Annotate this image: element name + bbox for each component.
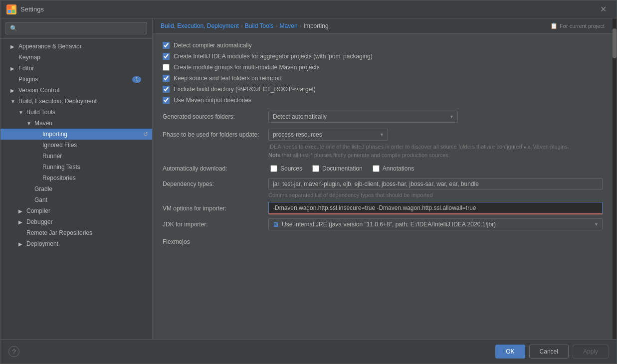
flexmojos-label: Flexmojos (163, 238, 190, 245)
vm-options-input[interactable] (268, 202, 603, 214)
sidebar-item-maven[interactable]: ▼ Maven ↺ (0, 118, 152, 129)
phase-note2: that all test-* phases firstly generate … (280, 152, 449, 158)
footer-right: OK Cancel Apply (495, 345, 609, 359)
detect-compiler-label: Detect compiler automatically (174, 42, 252, 49)
sidebar-item-editor[interactable]: ▶ Editor (0, 63, 152, 74)
checkbox-row-create-module-groups: Create module groups for multi-module Ma… (163, 64, 603, 71)
create-modules-checkbox[interactable] (163, 53, 170, 60)
jdk-select[interactable]: Use Internal JRE (java version "11.0.6+8… (268, 218, 603, 230)
svg-rect-1 (12, 6, 15, 9)
sidebar-item-ignored-files[interactable]: Ignored Files ↺ (0, 140, 152, 151)
vertical-scrollbar[interactable] (613, 18, 617, 339)
sidebar-item-keymap[interactable]: Keymap (0, 52, 152, 63)
sources-checkbox-item: Sources (270, 165, 302, 172)
sidebar-item-remote-jar[interactable]: Remote Jar Repositories ↺ (0, 227, 152, 238)
create-module-groups-checkbox[interactable] (163, 64, 170, 71)
sidebar-item-build-tools[interactable]: ▼ Build Tools ↺ (0, 107, 152, 118)
apply-button[interactable]: Apply (573, 345, 609, 359)
phase-select[interactable]: process-resources generate-sources gener… (268, 129, 388, 141)
breadcrumb-current: Importing (304, 22, 329, 29)
generated-sources-select-wrapper: Detect automatically target/generated-so… (268, 111, 458, 123)
checkbox-row-exclude-build: Exclude build directory (%PROJECT_ROOT%/… (163, 86, 603, 93)
breadcrumb-build-tools[interactable]: Build Tools (245, 22, 274, 29)
sidebar-item-label: Editor (18, 65, 148, 72)
dependency-types-hint: Comma separated list of dependency types… (268, 192, 603, 198)
generated-sources-select[interactable]: Detect automatically target/generated-so… (268, 111, 458, 123)
checkbox-row-maven-output: Use Maven output directories (163, 97, 603, 104)
annotations-checkbox-item: Annotations (373, 165, 414, 172)
sidebar-item-appearance[interactable]: ▶ Appearance & Behavior ↺ (0, 41, 152, 52)
sidebar-item-gant[interactable]: Gant ↺ (0, 194, 152, 205)
phase-hint: IDEA needs to execute one of the listed … (268, 143, 603, 159)
search-input[interactable] (5, 22, 147, 34)
ok-button[interactable]: OK (495, 345, 525, 359)
checkbox-row-create-modules: Create IntelliJ IDEA modules for aggrega… (163, 53, 603, 60)
sidebar-item-deployment[interactable]: ▶ Deployment (0, 238, 152, 249)
auto-download-label: Automatically download: (163, 165, 262, 172)
arrow-icon: ▶ (10, 88, 16, 93)
breadcrumb-sep2: › (276, 22, 278, 29)
arrow-icon: ▼ (10, 99, 16, 104)
sidebar-item-repositories[interactable]: Repositories (0, 173, 152, 183)
sidebar-item-runner[interactable]: Runner (0, 151, 152, 162)
phase-select-wrapper: process-resources generate-sources gener… (268, 129, 388, 141)
documentation-checkbox[interactable] (312, 165, 319, 172)
tree: ▶ Appearance & Behavior ↺ Keymap ▶ Edito… (0, 39, 152, 339)
sidebar-item-label: Runner (42, 153, 148, 160)
arrow-icon: ▶ (18, 219, 24, 225)
sidebar-item-debugger[interactable]: ▶ Debugger (0, 216, 152, 227)
project-link-label: For current project (560, 23, 605, 29)
close-button[interactable]: ✕ (596, 2, 611, 16)
sidebar-item-label: Build, Execution, Deployment (18, 98, 148, 105)
detect-compiler-checkbox[interactable] (163, 42, 170, 49)
use-maven-output-checkbox[interactable] (163, 97, 170, 104)
help-button[interactable]: ? (8, 346, 19, 357)
sidebar-item-label: Version Control (18, 87, 141, 94)
dependency-types-input[interactable] (268, 178, 603, 190)
exclude-build-checkbox[interactable] (163, 86, 170, 93)
annotations-label: Annotations (383, 165, 414, 172)
plugins-badge: 1 (132, 76, 141, 83)
sidebar-item-importing[interactable]: Importing ↺ (0, 129, 152, 140)
sidebar-item-label: Remote Jar Repositories (26, 229, 141, 236)
sidebar-item-label: Importing (42, 131, 141, 138)
sidebar-item-version-control[interactable]: ▶ Version Control ↺ (0, 85, 152, 96)
cancel-button[interactable]: Cancel (529, 345, 569, 359)
keep-source-label: Keep source and test folders on reimport (174, 75, 282, 82)
sources-checkbox[interactable] (270, 165, 277, 172)
create-modules-label: Create IntelliJ IDEA modules for aggrega… (174, 53, 373, 60)
sidebar-item-label: Appearance & Behavior (18, 43, 141, 50)
auto-download-checkboxes: Sources Documentation Annotations (270, 165, 414, 172)
breadcrumb-maven[interactable]: Maven (280, 22, 298, 29)
checkbox-row-detect-compiler: Detect compiler automatically (163, 42, 603, 49)
sidebar-item-compiler[interactable]: ▶ Compiler (0, 205, 152, 216)
arrow-icon: ▶ (10, 66, 16, 71)
sidebar-item-build-execution[interactable]: ▼ Build, Execution, Deployment (0, 96, 152, 107)
sidebar-item-label: Debugger (26, 218, 148, 225)
breadcrumb-sep3: › (300, 22, 302, 29)
sidebar-item-label: Running Tests (42, 164, 148, 171)
checkbox-row-keep-source: Keep source and test folders on reimport (163, 75, 603, 82)
sidebar-item-running-tests[interactable]: Running Tests (0, 162, 152, 173)
jdk-select-wrapper: 🖥 Use Internal JRE (java version "11.0.6… (268, 218, 603, 230)
keep-source-checkbox[interactable] (163, 75, 170, 82)
annotations-checkbox[interactable] (373, 165, 380, 172)
sidebar-item-label: Repositories (42, 175, 148, 182)
vm-options-row: VM options for importer: (163, 202, 603, 214)
phase-hint-text: IDEA needs to execute one of the listed … (268, 144, 569, 150)
jdk-label: JDK for importer: (163, 221, 262, 228)
phase-label: Phase to be used for folders update: (163, 131, 262, 138)
sidebar-item-gradle[interactable]: Gradle ↺ (0, 183, 152, 194)
arrow-icon: ▶ (18, 241, 24, 247)
project-link[interactable]: 📋 For current project (550, 22, 605, 29)
main-panel: Build, Execution, Deployment › Build Too… (153, 18, 613, 339)
sidebar-item-plugins[interactable]: Plugins 1 ↺ (0, 74, 152, 85)
jdk-icon: 🖥 (272, 221, 279, 228)
search-box (0, 18, 152, 39)
phase-row: Phase to be used for folders update: pro… (163, 129, 603, 141)
breadcrumb-build[interactable]: Build, Execution, Deployment (161, 22, 239, 29)
reset-icon[interactable]: ↺ (143, 131, 148, 138)
exclude-build-label: Exclude build directory (%PROJECT_ROOT%/… (174, 86, 316, 93)
app-icon (6, 4, 16, 14)
breadcrumb: Build, Execution, Deployment › Build Too… (153, 18, 613, 34)
